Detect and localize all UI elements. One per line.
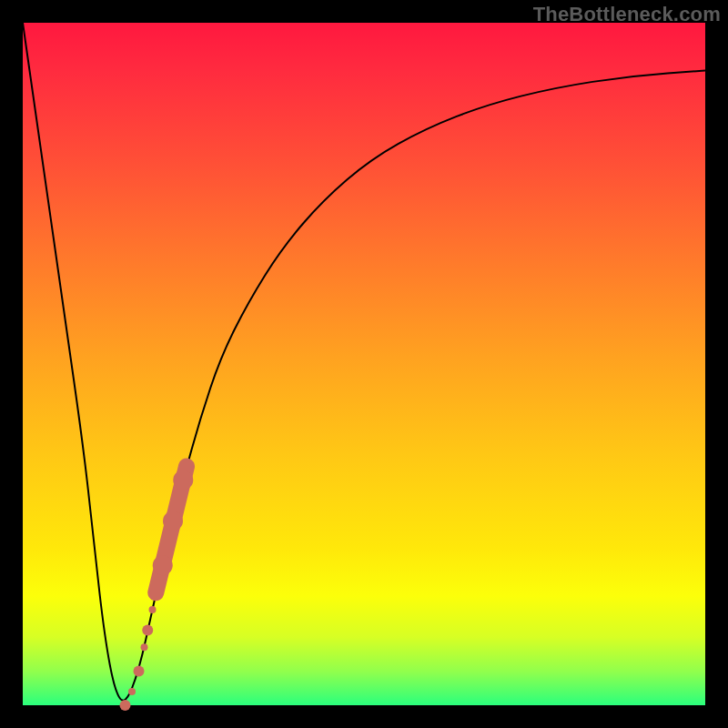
- plot-area: [23, 23, 705, 705]
- marker-dot: [149, 606, 157, 613]
- marker-dot: [120, 700, 131, 711]
- watermark-label: TheBottleneck.com: [533, 3, 721, 26]
- bottleneck-curve: [23, 23, 705, 701]
- curve-layer: [23, 23, 705, 705]
- marker-dot: [173, 470, 193, 490]
- marker-dot: [142, 625, 153, 636]
- chart-frame: TheBottleneck.com: [0, 0, 728, 728]
- marker-dot: [153, 555, 173, 575]
- marker-dot: [163, 511, 183, 531]
- marker-dot: [141, 643, 148, 651]
- marker-dot: [128, 688, 136, 695]
- marker-dot: [134, 666, 145, 677]
